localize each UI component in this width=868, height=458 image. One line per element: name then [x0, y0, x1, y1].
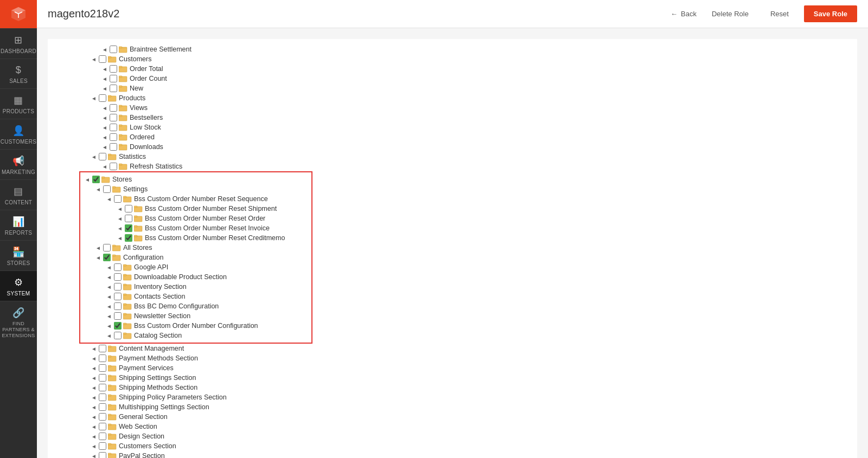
tree-toggle[interactable]: ◄	[102, 115, 110, 121]
sidebar-item-customers[interactable]: 👤 CUSTOMERS	[0, 119, 37, 149]
tree-label[interactable]: Bss Custom Order Number Reset Invoice	[145, 224, 270, 232]
tree-label[interactable]: Views	[130, 104, 148, 112]
tree-label[interactable]: Content Management	[119, 345, 184, 352]
tree-checkbox[interactable]	[110, 133, 117, 141]
tree-checkbox[interactable]	[110, 124, 117, 131]
tree-checkbox[interactable]	[99, 433, 106, 440]
tree-checkbox[interactable]	[110, 143, 117, 151]
tree-toggle[interactable]: ◄	[102, 134, 110, 140]
tree-toggle[interactable]: ◄	[106, 196, 114, 202]
tree-toggle[interactable]: ◄	[102, 86, 110, 92]
tree-checkbox[interactable]	[99, 374, 106, 382]
tree-checkbox[interactable]	[125, 215, 132, 222]
tree-toggle[interactable]: ◄	[117, 216, 125, 222]
tree-toggle[interactable]: ◄	[91, 95, 99, 101]
tree-checkbox[interactable]	[114, 263, 122, 271]
tree-checkbox[interactable]	[99, 442, 106, 450]
tree-toggle[interactable]: ◄	[102, 105, 110, 111]
sidebar-item-marketing[interactable]: 📢 MARKETING	[0, 149, 37, 179]
sidebar-item-reports[interactable]: 📊 REPORTS	[0, 210, 37, 240]
tree-checkbox[interactable]	[92, 176, 100, 183]
tree-label[interactable]: Configuration	[123, 254, 163, 261]
tree-checkbox[interactable]	[114, 283, 122, 291]
tree-label[interactable]: Multishipping Settings Section	[119, 403, 209, 411]
tree-checkbox[interactable]	[99, 153, 106, 160]
tree-checkbox[interactable]	[99, 452, 106, 458]
tree-label[interactable]: Catalog Section	[134, 332, 182, 339]
tree-toggle[interactable]: ◄	[102, 66, 110, 72]
tree-toggle[interactable]: ◄	[106, 284, 114, 290]
tree-checkbox[interactable]	[114, 273, 122, 281]
tree-checkbox[interactable]	[110, 114, 117, 121]
tree-label[interactable]: Newsletter Section	[134, 312, 190, 320]
tree-label[interactable]: Customers Section	[119, 442, 176, 450]
tree-checkbox[interactable]	[114, 312, 122, 320]
back-button[interactable]: ← Back	[671, 10, 697, 18]
tree-toggle[interactable]: ◄	[91, 434, 99, 440]
tree-label[interactable]: Bss Custom Order Number Reset Creditmemo	[145, 234, 285, 242]
tree-toggle[interactable]: ◄	[106, 313, 114, 319]
tree-toggle[interactable]: ◄	[91, 424, 99, 430]
tree-label[interactable]: Shipping Policy Parameters Section	[119, 394, 227, 401]
tree-toggle[interactable]: ◄	[95, 245, 103, 251]
tree-label[interactable]: Settings	[123, 185, 148, 193]
tree-label[interactable]: Web Section	[119, 423, 157, 430]
tree-label[interactable]: Stores	[112, 176, 132, 183]
save-role-button[interactable]: Save Role	[804, 5, 857, 22]
tree-checkbox[interactable]	[110, 163, 117, 170]
tree-label[interactable]: Downloads	[130, 143, 163, 151]
tree-toggle[interactable]: ◄	[117, 206, 125, 212]
tree-label[interactable]: Products	[119, 94, 145, 102]
tree-label[interactable]: Braintree Settlement	[130, 46, 192, 53]
tree-checkbox[interactable]	[114, 195, 122, 203]
tree-toggle[interactable]: ◄	[85, 177, 92, 183]
tree-checkbox[interactable]	[103, 244, 111, 251]
tree-label[interactable]: Bss Custom Order Number Reset Sequence	[134, 195, 268, 203]
tree-label[interactable]: Payment Methods Section	[119, 354, 198, 362]
tree-label[interactable]: Inventory Section	[134, 283, 187, 291]
tree-toggle[interactable]: ◄	[91, 356, 99, 362]
tree-toggle[interactable]: ◄	[95, 255, 103, 261]
tree-checkbox[interactable]	[114, 293, 122, 300]
tree-toggle[interactable]: ◄	[106, 265, 114, 270]
tree-label[interactable]: Ordered	[130, 133, 155, 141]
tree-checkbox[interactable]	[110, 75, 117, 82]
tree-label[interactable]: Order Total	[130, 65, 163, 73]
tree-label[interactable]: PayPal Section	[119, 452, 165, 458]
tree-checkbox[interactable]	[125, 224, 132, 232]
tree-toggle[interactable]: ◄	[102, 47, 110, 53]
tree-label[interactable]: Shipping Settings Section	[119, 374, 196, 382]
tree-checkbox[interactable]	[110, 65, 117, 73]
delete-role-button[interactable]: Delete Role	[705, 7, 755, 21]
tree-toggle[interactable]: ◄	[91, 385, 99, 391]
tree-label[interactable]: General Section	[119, 413, 168, 421]
tree-checkbox[interactable]	[103, 185, 111, 193]
tree-label[interactable]: Bestsellers	[130, 114, 163, 121]
sidebar-item-products[interactable]: ▦ PRODUCTS	[0, 88, 37, 119]
tree-checkbox[interactable]	[99, 345, 106, 352]
tree-checkbox[interactable]	[99, 55, 106, 63]
tree-checkbox[interactable]	[99, 354, 106, 362]
tree-label[interactable]: Contacts Section	[134, 293, 186, 300]
sidebar-item-stores[interactable]: 🏪 STORES	[0, 240, 37, 270]
tree-label[interactable]: Downloadable Product Section	[134, 273, 227, 281]
tree-label[interactable]: Statistics	[119, 153, 146, 160]
tree-toggle[interactable]: ◄	[91, 453, 99, 459]
tree-label[interactable]: Refresh Statistics	[130, 163, 182, 170]
sidebar-item-sales[interactable]: $ SALES	[0, 59, 37, 88]
tree-label[interactable]: New	[130, 85, 143, 92]
tree-label[interactable]: All Stores	[123, 244, 152, 251]
tree-checkbox[interactable]	[110, 85, 117, 92]
tree-label[interactable]: Bss Custom Order Number Reset Shipment	[145, 205, 277, 212]
tree-toggle[interactable]: ◄	[91, 404, 99, 410]
app-logo[interactable]	[0, 0, 37, 28]
tree-checkbox[interactable]	[110, 46, 117, 53]
tree-toggle[interactable]: ◄	[102, 144, 110, 150]
tree-checkbox[interactable]	[125, 205, 132, 212]
tree-toggle[interactable]: ◄	[91, 365, 99, 371]
tree-checkbox[interactable]	[99, 413, 106, 421]
sidebar-item-find-partners[interactable]: 🔗 FIND PARTNERS & EXTENSIONS	[0, 301, 37, 343]
tree-toggle[interactable]: ◄	[91, 414, 99, 420]
tree-toggle[interactable]: ◄	[91, 154, 99, 160]
tree-checkbox[interactable]	[110, 104, 117, 112]
